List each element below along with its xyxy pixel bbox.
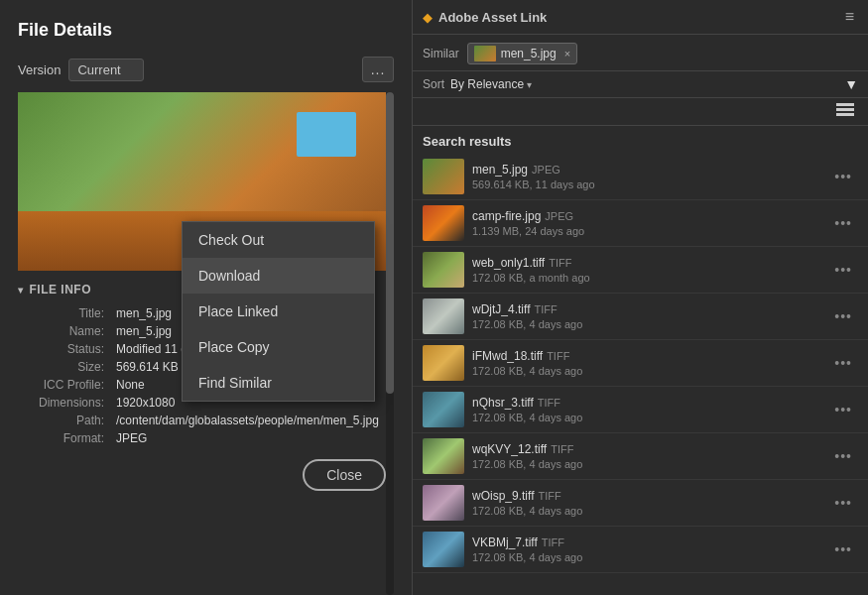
result-more-button[interactable]: ••• bbox=[828, 306, 858, 326]
filter-icon[interactable]: ▼ bbox=[844, 76, 858, 92]
result-meta: 172.08 KB, 4 days ago bbox=[472, 458, 820, 470]
info-key: ICC Profile: bbox=[18, 376, 112, 394]
result-info: men_5.jpgJPEG 569.614 KB, 11 days ago bbox=[464, 163, 828, 190]
result-info: web_only1.tiffTIFF 172.08 KB, a month ag… bbox=[464, 256, 828, 284]
menu-item-find-similar[interactable]: Find Similar bbox=[183, 365, 374, 401]
view-toggle-row bbox=[413, 98, 868, 126]
result-info: iFMwd_18.tiffTIFF 172.08 KB, 4 days ago bbox=[464, 349, 828, 377]
svg-rect-2 bbox=[836, 113, 854, 116]
sort-value-button[interactable]: By Relevance ▾ bbox=[450, 77, 532, 91]
close-button[interactable]: Close bbox=[303, 459, 386, 491]
results-list: men_5.jpgJPEG 569.614 KB, 11 days ago ••… bbox=[413, 154, 868, 595]
diamond-icon: ◆ bbox=[423, 10, 433, 25]
right-panel-header: ◆ Adobe Asset Link ≡ bbox=[413, 0, 868, 35]
result-filename: camp-fire.jpgJPEG bbox=[472, 209, 820, 223]
sort-controls: Sort By Relevance ▾ bbox=[423, 77, 532, 91]
result-filename: iFMwd_18.tiffTIFF bbox=[472, 349, 820, 363]
result-meta: 172.08 KB, 4 days ago bbox=[472, 412, 820, 423]
result-more-button[interactable]: ••• bbox=[828, 167, 858, 186]
list-item[interactable]: wOisp_9.tiffTIFF 172.08 KB, 4 days ago •… bbox=[413, 480, 868, 527]
result-meta: 1.139 MB, 24 days ago bbox=[472, 225, 820, 237]
list-item[interactable]: wDjtJ_4.tiffTIFF 172.08 KB, 4 days ago •… bbox=[413, 294, 868, 340]
result-info: camp-fire.jpgJPEG 1.139 MB, 24 days ago bbox=[464, 209, 828, 237]
sort-current-value: By Relevance bbox=[450, 77, 524, 91]
list-view-icon bbox=[836, 103, 854, 117]
result-filename: VKBMj_7.tiffTIFF bbox=[472, 536, 820, 549]
svg-rect-1 bbox=[836, 108, 854, 111]
result-filetype: JPEG bbox=[532, 164, 560, 176]
result-thumbnail bbox=[423, 298, 464, 334]
result-thumbnail bbox=[423, 392, 464, 427]
right-panel: ◆ Adobe Asset Link ≡ Similar men_5.jpg ×… bbox=[412, 0, 868, 595]
menu-item-place-linked[interactable]: Place Linked bbox=[183, 294, 374, 329]
result-filetype: TIFF bbox=[542, 536, 564, 548]
menu-item-checkout[interactable]: Check Out bbox=[183, 222, 374, 258]
info-key: Path: bbox=[18, 412, 112, 429]
context-menu: Check Out Download Place Linked Place Co… bbox=[182, 221, 375, 402]
list-item[interactable]: men_5.jpgJPEG 569.614 KB, 11 days ago ••… bbox=[413, 154, 868, 200]
result-more-button[interactable]: ••• bbox=[828, 539, 858, 559]
sort-row: Sort By Relevance ▾ ▼ bbox=[413, 71, 868, 98]
info-key: Format: bbox=[18, 429, 112, 447]
similar-row: Similar men_5.jpg × bbox=[413, 35, 868, 71]
result-more-button[interactable]: ••• bbox=[828, 353, 858, 373]
list-item[interactable]: iFMwd_18.tiffTIFF 172.08 KB, 4 days ago … bbox=[413, 340, 868, 387]
result-filetype: TIFF bbox=[547, 350, 569, 362]
hamburger-menu-button[interactable]: ≡ bbox=[841, 6, 858, 28]
result-more-button[interactable]: ••• bbox=[828, 213, 858, 233]
result-thumbnail bbox=[423, 485, 464, 521]
result-meta: 172.08 KB, 4 days ago bbox=[472, 365, 820, 377]
result-thumbnail bbox=[423, 532, 464, 567]
result-more-button[interactable]: ••• bbox=[828, 400, 858, 419]
view-toggle-button[interactable] bbox=[832, 101, 858, 122]
result-meta: 172.08 KB, 4 days ago bbox=[472, 505, 820, 517]
menu-item-place-copy[interactable]: Place Copy bbox=[183, 329, 374, 365]
result-filetype: JPEG bbox=[545, 210, 573, 222]
result-info: wOisp_9.tiffTIFF 172.08 KB, 4 days ago bbox=[464, 489, 828, 517]
result-filetype: TIFF bbox=[538, 397, 560, 409]
chip-close-icon[interactable]: × bbox=[564, 48, 570, 60]
result-filetype: TIFF bbox=[549, 257, 571, 269]
info-key: Size: bbox=[18, 358, 112, 376]
list-item[interactable]: wqKVY_12.tiffTIFF 172.08 KB, 4 days ago … bbox=[413, 433, 868, 480]
app-title-group: ◆ Adobe Asset Link bbox=[423, 10, 547, 25]
info-key: Dimensions: bbox=[18, 394, 112, 412]
left-panel: File Details Version Current ... Check O… bbox=[0, 0, 412, 595]
chip-filename: men_5.jpg bbox=[501, 47, 557, 60]
result-filename: web_only1.tiffTIFF bbox=[472, 256, 820, 270]
file-info-row: Path: /content/dam/globalassets/people/m… bbox=[18, 412, 386, 429]
menu-item-download[interactable]: Download bbox=[183, 258, 374, 294]
result-thumbnail bbox=[423, 205, 464, 241]
more-button[interactable]: ... bbox=[362, 57, 394, 82]
info-key: Status: bbox=[18, 340, 112, 358]
result-thumbnail bbox=[423, 345, 464, 381]
result-filename: wDjtJ_4.tiffTIFF bbox=[472, 302, 820, 316]
result-more-button[interactable]: ••• bbox=[828, 260, 858, 280]
list-item[interactable]: camp-fire.jpgJPEG 1.139 MB, 24 days ago … bbox=[413, 200, 868, 247]
result-info: wDjtJ_4.tiffTIFF 172.08 KB, 4 days ago bbox=[464, 302, 828, 330]
list-item[interactable]: VKBMj_7.tiffTIFF 172.08 KB, 4 days ago •… bbox=[413, 527, 868, 573]
result-filetype: TIFF bbox=[538, 490, 560, 502]
result-thumbnail bbox=[423, 252, 464, 288]
list-item[interactable]: web_only1.tiffTIFF 172.08 KB, a month ag… bbox=[413, 247, 868, 294]
info-value: /content/dam/globalassets/people/men/men… bbox=[112, 412, 386, 429]
chevron-down-icon: ▾ bbox=[18, 285, 24, 296]
result-info: VKBMj_7.tiffTIFF 172.08 KB, 4 days ago bbox=[464, 536, 828, 563]
result-filetype: TIFF bbox=[551, 443, 573, 455]
info-key: Name: bbox=[18, 322, 112, 340]
version-select[interactable]: Current bbox=[68, 59, 144, 81]
similar-chip[interactable]: men_5.jpg × bbox=[467, 43, 577, 64]
result-more-button[interactable]: ••• bbox=[828, 446, 858, 466]
result-meta: 569.614 KB, 11 days ago bbox=[472, 178, 820, 190]
sort-label: Sort bbox=[423, 77, 444, 91]
version-label: Version bbox=[18, 62, 61, 77]
result-more-button[interactable]: ••• bbox=[828, 493, 858, 513]
sort-chevron-icon: ▾ bbox=[527, 79, 532, 90]
info-value: JPEG bbox=[112, 429, 386, 447]
chip-thumbnail bbox=[474, 46, 496, 61]
file-info-row: Format: JPEG bbox=[18, 429, 386, 447]
search-results-label: Search results bbox=[413, 126, 868, 154]
result-filetype: TIFF bbox=[534, 303, 557, 315]
similar-label: Similar bbox=[423, 47, 459, 60]
list-item[interactable]: nQhsr_3.tiffTIFF 172.08 KB, 4 days ago •… bbox=[413, 387, 868, 433]
